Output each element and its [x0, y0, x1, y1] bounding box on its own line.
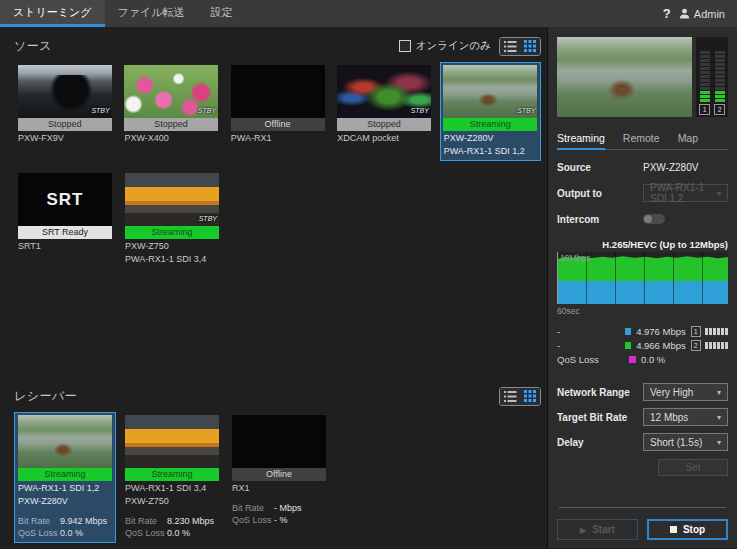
sources-section: ソース オンラインのみ — [14, 35, 541, 269]
source-tile[interactable]: STBYStreamingPXW-Z280VPWA-RX1-1 SDI 1,2 — [440, 62, 541, 161]
top-tab[interactable]: ファイル転送 — [105, 0, 198, 27]
tile-metrics: Bit Rate- MbpsQoS Loss- % — [232, 502, 326, 526]
thumbnail: SRT — [18, 173, 112, 226]
source-tile[interactable]: OfflinePWA-RX1 — [227, 62, 328, 148]
main-content: ソース オンラインのみ — [0, 27, 547, 549]
panel-tab-map[interactable]: Map — [678, 130, 698, 150]
status-badge: Streaming — [125, 226, 219, 239]
tile-label: PWA-RX1-1 SDI 3,4 — [125, 482, 219, 494]
divider — [559, 507, 726, 508]
metric-value: 8.230 Mbps — [167, 515, 214, 527]
metric-value: - % — [274, 514, 288, 526]
online-only-filter[interactable]: オンラインのみ — [399, 39, 491, 53]
thumbnail: STBY — [337, 65, 431, 118]
grid-view-icon — [524, 40, 536, 52]
top-tab[interactable]: 設定 — [198, 0, 246, 27]
list-view-icon — [504, 391, 517, 402]
source-tile[interactable]: SRTSRT ReadySRT1 — [14, 170, 116, 256]
chevron-down-icon: ▾ — [717, 189, 721, 198]
user-menu[interactable]: Admin — [679, 8, 725, 20]
panel-tab-streaming[interactable]: Streaming — [557, 130, 605, 150]
stby-badge: STBY — [411, 105, 429, 117]
sources-view-toggle — [499, 37, 541, 56]
legend-value: 0.0 % — [641, 354, 699, 365]
stop-icon — [670, 526, 677, 533]
tile-label: XDCAM pocket — [337, 132, 430, 144]
intercom-toggle[interactable] — [643, 214, 665, 224]
top-tabs: ストリーミングファイル転送設定 — [0, 0, 246, 27]
selected-value: Short (1.5s) — [650, 437, 702, 448]
setting-select-delay[interactable]: Short (1.5s)▾ — [643, 433, 728, 451]
setting-label: Delay — [557, 437, 643, 448]
selected-value: 12 Mbps — [650, 412, 688, 423]
stby-badge: STBY — [517, 105, 535, 117]
toggle-knob — [644, 215, 652, 223]
status-badge: Streaming — [18, 468, 112, 481]
receiver-tile[interactable]: StreamingPWA-RX1-1 SDI 1,2PXW-Z280VBit R… — [14, 412, 116, 543]
tile-label: PXW-Z750 — [125, 495, 219, 507]
chevron-down-icon: ▾ — [717, 388, 721, 397]
setting-select-target-bit-rate[interactable]: 12 Mbps▾ — [643, 408, 728, 426]
grid-view-button[interactable] — [520, 388, 540, 405]
start-button[interactable]: ▶Start — [557, 519, 638, 540]
metric-label: Bit Rate — [18, 515, 60, 527]
sources-row-1: STBYStoppedPXW-FX9VSTBYStoppedPXW-X400Of… — [14, 62, 541, 161]
source-tile[interactable]: STBYStoppedPXW-X400 — [120, 62, 221, 148]
thumbnail: STBY — [125, 173, 219, 226]
legend-left-label: - — [557, 326, 625, 337]
legend-row: QoS Loss0.0 % — [557, 352, 728, 366]
source-label: Source — [557, 162, 643, 173]
grid-view-button[interactable] — [520, 38, 540, 55]
output-to-label: Output to — [557, 188, 643, 199]
legend-value: 4.976 Mbps — [636, 326, 690, 337]
metric-label: Bit Rate — [125, 515, 167, 527]
metric-value: - Mbps — [274, 502, 302, 514]
channel-number-badge: 2 — [691, 340, 701, 351]
legend-left-label: QoS Loss — [557, 354, 629, 365]
list-view-button[interactable] — [500, 38, 520, 55]
legend-swatch — [625, 328, 632, 335]
output-to-select[interactable]: PWA-RX1-1 SDI 1,2 ▾ — [643, 184, 728, 202]
tile-label: SRT1 — [18, 240, 112, 252]
source-tile[interactable]: STBYStoppedPXW-FX9V — [14, 62, 115, 148]
online-only-checkbox[interactable] — [399, 40, 411, 52]
sources-title: ソース — [14, 38, 52, 55]
stop-button[interactable]: Stop — [647, 519, 728, 540]
setting-select-network-range[interactable]: Very High▾ — [643, 383, 728, 401]
tile-label: PWA-RX1-1 SDI 3,4 — [125, 253, 219, 265]
tile-label: RX1 — [232, 482, 326, 494]
metric-value: 0.0 % — [167, 527, 190, 539]
receivers-title: レシーバー — [14, 388, 77, 405]
top-tab[interactable]: ストリーミング — [0, 0, 105, 27]
source-tile[interactable]: STBYStreamingPXW-Z750PWA-RX1-1 SDI 3,4 — [121, 170, 223, 269]
thumbnail-text: SRT — [18, 173, 112, 226]
video-preview — [557, 37, 692, 117]
legend-value: 4.966 Mbps — [636, 340, 690, 351]
codec-title: H.265/HEVC (Up to 12Mbps) — [557, 239, 728, 250]
tile-label: PWA-RX1-1 SDI 1,2 — [18, 482, 112, 494]
list-view-icon — [504, 41, 517, 52]
receivers-row: StreamingPWA-RX1-1 SDI 1,2PXW-Z280VBit R… — [14, 412, 541, 543]
metric-label: QoS Loss — [18, 527, 60, 539]
help-icon[interactable]: ? — [663, 6, 671, 21]
metric-label: QoS Loss — [125, 527, 167, 539]
list-view-button[interactable] — [500, 388, 520, 405]
channel-number-badge: 1 — [699, 104, 710, 115]
sources-row-2: SRTSRT ReadySRT1STBYStreamingPXW-Z750PWA… — [14, 170, 541, 269]
panel-tab-remote[interactable]: Remote — [623, 130, 660, 150]
chevron-down-icon: ▾ — [717, 413, 721, 422]
receiver-tile[interactable]: OfflineRX1Bit Rate- MbpsQoS Loss- % — [228, 412, 330, 530]
stop-button-label: Stop — [683, 524, 705, 535]
legend-swatch — [625, 342, 632, 349]
signal-bars-icon — [705, 342, 728, 349]
online-only-label: オンラインのみ — [416, 39, 491, 53]
receiver-tile[interactable]: StreamingPWA-RX1-1 SDI 3,4PXW-Z750Bit Ra… — [121, 412, 223, 543]
thumbnail — [231, 65, 325, 118]
tile-metrics: Bit Rate9.942 MbpsQoS Loss0.0 % — [18, 515, 112, 539]
detail-panel: 12 StreamingRemoteMap Source PXW-Z280V O… — [547, 27, 737, 548]
tile-label: PXW-Z280V — [18, 495, 112, 507]
source-tile[interactable]: STBYStoppedXDCAM pocket — [333, 62, 434, 148]
thumbnail: STBY — [18, 65, 112, 118]
set-button[interactable]: Set — [658, 459, 728, 476]
selected-value: Very High — [650, 387, 693, 398]
